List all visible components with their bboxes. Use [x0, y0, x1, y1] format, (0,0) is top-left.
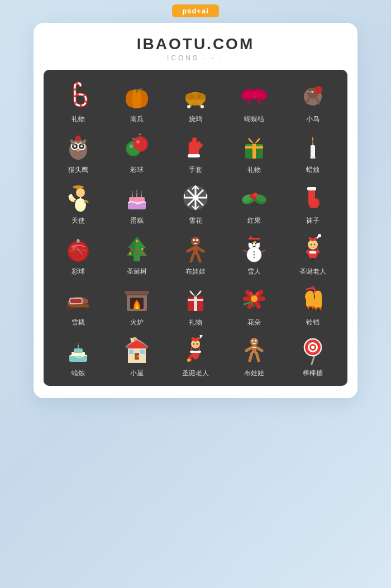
icon-label-chicken: 烧鸡 [189, 114, 202, 124]
icon-label-ornament: 彩球 [71, 267, 85, 276]
svg-rect-75 [77, 239, 79, 242]
svg-point-35 [133, 137, 147, 151]
icon-cell-stocking: 袜子 [288, 181, 338, 226]
main-card: IBAOTU.COM ICONS · · · 礼物 [34, 23, 357, 398]
svg-point-146 [255, 340, 256, 342]
icon-row-5: 雪橇 火炉 [44, 279, 347, 329]
svg-rect-42 [245, 146, 263, 149]
icon-label-bells: 铃铛 [306, 318, 320, 327]
santa2-icon [181, 334, 210, 366]
svg-rect-103 [311, 258, 315, 261]
svg-point-36 [130, 145, 133, 148]
icon-cell-santa1: 圣诞老人 [288, 232, 338, 276]
candy-cane-icon [65, 80, 92, 112]
icon-label-candle1: 蜡烛 [306, 165, 320, 175]
icon-grid: 礼物 南瓜 [44, 70, 347, 386]
icon-cell-balls: 彩球 [112, 131, 162, 175]
icon-label-gingerbread: 布娃娃 [185, 267, 206, 276]
owl-icon [64, 131, 93, 163]
icon-cell-snowman: 雪人 [229, 232, 279, 276]
christmas-tree-icon [122, 232, 151, 265]
glove-icon [181, 131, 210, 163]
svg-point-143 [250, 338, 258, 346]
svg-point-141 [196, 343, 198, 345]
svg-point-21 [314, 86, 322, 94]
icon-cell-flower: 花朵 [229, 283, 279, 327]
svg-rect-133 [140, 350, 145, 354]
icon-row-2: 猫头鹰 彩球 [44, 126, 347, 177]
icon-label-tree: 圣诞树 [127, 267, 147, 276]
icon-row-6: 蜡烛 小屋 [44, 329, 347, 380]
icon-label-angel: 天使 [71, 216, 85, 226]
svg-point-72 [72, 246, 75, 250]
icon-label-gingerbread2: 布娃娃 [244, 369, 264, 378]
icon-cell-holly: 红果 [229, 181, 279, 226]
svg-line-98 [261, 250, 265, 252]
svg-point-48 [73, 185, 84, 189]
svg-point-30 [80, 145, 83, 147]
icon-row-3: 天使 蛋糕 [44, 177, 347, 228]
svg-point-96 [253, 257, 255, 259]
svg-point-47 [76, 188, 85, 197]
icon-label-gift2: 礼物 [247, 165, 261, 175]
icon-label-snowman: 雪人 [247, 267, 261, 276]
icon-cell-candle2: 蜡烛 [53, 334, 103, 378]
svg-point-94 [253, 251, 255, 253]
gingerbread-icon [181, 232, 210, 265]
bells-icon [298, 283, 327, 315]
icon-cell-owl: 猫头鹰 [53, 131, 103, 175]
bow-icon [240, 80, 269, 112]
icon-cell-snowflake: 雪花 [170, 181, 221, 226]
svg-point-124 [317, 308, 320, 312]
icon-label-bird: 小鸟 [306, 114, 320, 124]
svg-point-83 [136, 251, 138, 254]
icon-label-snowflake: 雪花 [189, 216, 202, 226]
icon-cell-sleigh: 雪橇 [53, 283, 103, 327]
icon-cell-gift2: 礼物 [229, 131, 279, 175]
svg-point-86 [193, 239, 195, 241]
santa-icon [298, 232, 327, 265]
icon-cell-gingerbread: 布娃娃 [170, 232, 221, 276]
svg-point-87 [196, 239, 198, 241]
svg-point-95 [253, 254, 255, 256]
icon-cell-angel: 天使 [53, 181, 103, 226]
svg-point-120 [251, 295, 258, 302]
svg-rect-132 [129, 350, 133, 354]
svg-point-11 [187, 105, 190, 108]
icon-label-fireplace: 火炉 [130, 318, 144, 327]
svg-point-139 [199, 335, 202, 337]
svg-point-147 [253, 349, 255, 351]
svg-rect-119 [188, 299, 203, 301]
svg-rect-104 [309, 251, 316, 254]
angel-icon [64, 181, 93, 214]
svg-point-142 [187, 358, 190, 362]
svg-point-84 [191, 237, 200, 246]
icon-label-flower: 花朵 [247, 318, 261, 327]
svg-line-97 [243, 250, 247, 252]
icon-cell-chicken: 烧鸡 [170, 80, 221, 124]
roast-chicken-icon [181, 80, 210, 112]
card-subtitle: ICONS · · · [167, 54, 224, 62]
svg-point-12 [201, 105, 204, 108]
candle-icon [298, 131, 327, 163]
svg-rect-4 [136, 89, 138, 93]
icon-label-stocking: 袜子 [306, 216, 320, 226]
svg-point-13 [190, 93, 201, 101]
flower-icon [240, 283, 269, 315]
icon-cell-gift3: 礼物 [170, 283, 221, 327]
icon-row-1: 礼物 南瓜 [44, 75, 347, 126]
svg-rect-118 [194, 297, 197, 311]
svg-point-81 [129, 252, 131, 255]
top-badge: psd+ai [172, 4, 219, 17]
svg-point-23 [311, 92, 312, 93]
ornament-icon [64, 232, 93, 265]
stocking-icon [298, 181, 327, 214]
icon-cell-santa2: 圣诞老人 [170, 334, 221, 378]
svg-rect-50 [128, 202, 146, 209]
svg-point-105 [318, 234, 321, 237]
holly-icon [240, 181, 269, 214]
icon-label-lollipop: 棒棒糖 [303, 369, 323, 378]
icon-label-santa2: 圣诞老人 [182, 369, 209, 378]
svg-rect-127 [74, 348, 83, 353]
svg-point-61 [193, 195, 198, 200]
